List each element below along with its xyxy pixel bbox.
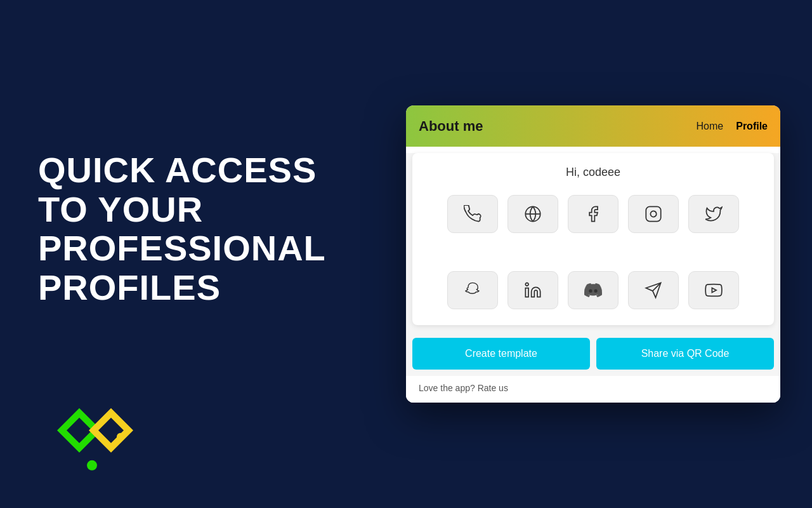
hero-text: QUICK ACCESS TO YOUR PROFESSIONAL PROFIL… xyxy=(38,150,317,307)
share-qr-button[interactable]: Share via QR Code xyxy=(596,338,774,370)
svg-point-7 xyxy=(589,290,592,292)
linkedin-icon xyxy=(524,281,542,299)
svg-point-0 xyxy=(87,460,97,471)
youtube-icon-btn[interactable] xyxy=(688,271,739,309)
icons-row-1 xyxy=(431,195,755,233)
profile-card: Hi, codeee xyxy=(412,153,774,325)
facebook-icon-btn[interactable] xyxy=(568,195,619,233)
left-panel: QUICK ACCESS TO YOUR PROFESSIONAL PROFIL… xyxy=(38,150,317,358)
svg-point-6 xyxy=(525,283,528,286)
app-footer: Love the app? Rate us xyxy=(406,376,780,403)
svg-point-8 xyxy=(594,290,597,292)
app-logo xyxy=(38,389,146,478)
svg-rect-4 xyxy=(646,206,660,221)
app-content: Hi, codeee xyxy=(406,153,780,403)
twitter-icon xyxy=(705,205,723,223)
greeting: Hi, codeee xyxy=(425,166,761,179)
facebook-icon xyxy=(584,205,602,223)
svg-marker-11 xyxy=(712,288,716,292)
discord-icon-btn[interactable] xyxy=(568,271,619,309)
icons-row-2 xyxy=(431,271,755,309)
twitter-icon-btn[interactable] xyxy=(688,195,739,233)
phone-icon xyxy=(464,205,481,223)
phone-icon-btn[interactable] xyxy=(447,195,498,233)
action-buttons: Create template Share via QR Code xyxy=(406,331,780,376)
globe-icon xyxy=(524,205,542,223)
linkedin-icon-btn[interactable] xyxy=(508,271,558,309)
app-nav: Home Profile xyxy=(697,121,768,132)
instagram-icon-btn[interactable] xyxy=(628,195,679,233)
phone-mockup: About me Home Profile Hi, codeee xyxy=(406,105,780,403)
web-icon-btn[interactable] xyxy=(508,195,558,233)
snapchat-icon xyxy=(464,281,481,299)
icons-grid xyxy=(425,192,761,312)
footer-text: Love the app? Rate us xyxy=(419,383,508,393)
discord-icon xyxy=(584,281,602,299)
instagram-icon xyxy=(645,205,662,223)
nav-profile[interactable]: Profile xyxy=(736,121,768,132)
svg-point-1 xyxy=(117,433,124,441)
app-header: About me Home Profile xyxy=(406,105,780,147)
telegram-icon-btn[interactable] xyxy=(628,271,679,309)
youtube-icon xyxy=(705,281,723,299)
right-panel: About me Home Profile Hi, codeee xyxy=(406,105,780,403)
snapchat-icon-btn[interactable] xyxy=(447,271,498,309)
app-title: About me xyxy=(419,118,483,135)
nav-home[interactable]: Home xyxy=(697,121,724,132)
telegram-icon xyxy=(645,281,662,299)
create-template-button[interactable]: Create template xyxy=(412,338,590,370)
